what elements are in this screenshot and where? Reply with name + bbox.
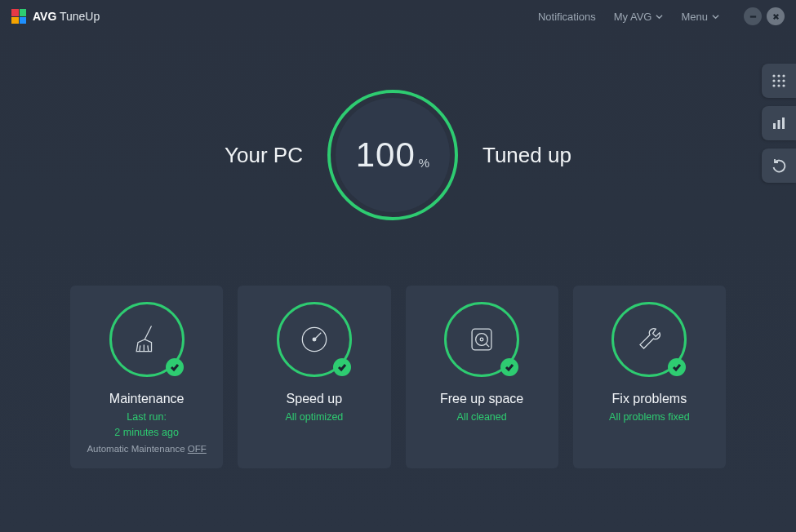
svg-rect-12 — [773, 123, 776, 129]
status-check-badge — [668, 358, 686, 376]
freeup-title: Free up space — [440, 392, 523, 406]
maintenance-lastrun-value: 2 minutes ago — [114, 427, 179, 438]
speedup-card[interactable]: Speed up All optimized — [238, 286, 390, 468]
brand-bold: AVG — [33, 10, 56, 23]
check-icon — [337, 362, 347, 372]
minimize-icon — [749, 12, 758, 21]
rail-stats-button[interactable] — [762, 106, 796, 140]
maintenance-title: Maintenance — [109, 392, 185, 406]
freeup-icon-ring — [444, 302, 519, 377]
title-bar: AVG TuneUp Notifications My AVG Menu — [0, 0, 796, 33]
fix-icon-ring — [611, 302, 687, 377]
svg-point-11 — [782, 84, 785, 86]
maintenance-card[interactable]: Maintenance Last run: 2 minutes ago Auto… — [70, 286, 223, 468]
check-icon — [170, 362, 180, 372]
header-actions: Notifications My AVG Menu — [538, 7, 785, 25]
bar-chart-icon — [772, 116, 786, 131]
percent-icon: % — [419, 156, 429, 170]
grid-icon — [772, 73, 786, 88]
disk-icon — [464, 321, 500, 357]
notifications-label: Notifications — [538, 11, 596, 23]
check-icon — [672, 362, 682, 372]
auto-maintenance-toggle[interactable]: OFF — [188, 444, 207, 454]
maintenance-icon-ring — [109, 302, 185, 377]
freeup-card[interactable]: Free up space All cleaned — [406, 286, 558, 468]
speedup-title: Speed up — [287, 392, 343, 406]
check-icon — [505, 362, 514, 372]
dial-inner: 100 % — [336, 98, 450, 212]
speedup-sub: All optimized — [285, 410, 343, 425]
main-menu[interactable]: Menu — [681, 11, 719, 23]
brand: AVG TuneUp — [11, 9, 100, 24]
feature-cards: Maintenance Last run: 2 minutes ago Auto… — [0, 286, 796, 468]
chevron-down-icon — [656, 13, 663, 20]
window-controls — [744, 7, 785, 25]
svg-point-24 — [480, 338, 483, 341]
svg-point-7 — [777, 79, 780, 82]
status-check-badge — [500, 358, 518, 376]
rail-apps-button[interactable] — [762, 64, 796, 98]
svg-point-6 — [772, 79, 775, 82]
menu-label: Menu — [681, 11, 708, 23]
svg-rect-13 — [778, 120, 780, 129]
svg-rect-14 — [782, 117, 785, 129]
svg-line-16 — [139, 345, 140, 351]
wrench-icon — [631, 321, 667, 357]
svg-line-18 — [148, 345, 149, 351]
status-check-badge — [166, 358, 184, 376]
broom-icon — [129, 321, 165, 357]
speedup-icon-ring — [277, 302, 352, 377]
auto-maintenance-label: Automatic Maintenance — [87, 444, 185, 454]
rail-undo-button[interactable] — [762, 149, 796, 183]
maintenance-lastrun-label: Last run: — [127, 411, 167, 423]
score-dial: 100 % — [327, 90, 458, 220]
side-rail — [762, 64, 796, 183]
svg-point-21 — [313, 338, 316, 341]
notifications-link[interactable]: Notifications — [538, 11, 596, 23]
svg-point-8 — [782, 79, 785, 82]
my-avg-label: My AVG — [614, 11, 652, 23]
chevron-down-icon — [712, 13, 719, 20]
minimize-button[interactable] — [744, 7, 762, 25]
hero-right-label: Tuned up — [482, 143, 571, 168]
svg-line-15 — [145, 326, 151, 340]
fix-title: Fix problems — [612, 392, 687, 406]
fix-card[interactable]: Fix problems All problems fixed — [573, 286, 726, 468]
svg-point-9 — [772, 84, 775, 86]
auto-maintenance-row: Automatic Maintenance OFF — [87, 444, 206, 454]
hero-status: Your PC 100 % Tuned up — [0, 90, 796, 220]
brand-light: TuneUp — [60, 10, 100, 23]
dial-ring: 100 % — [327, 90, 458, 220]
svg-point-10 — [777, 84, 780, 86]
svg-point-5 — [782, 74, 785, 77]
status-check-badge — [333, 358, 351, 376]
svg-point-23 — [476, 334, 488, 346]
svg-line-25 — [487, 344, 490, 348]
maintenance-sub: Last run: 2 minutes ago — [114, 410, 179, 441]
fix-sub: All problems fixed — [609, 410, 690, 425]
hero-left-label: Your PC — [225, 143, 303, 168]
app-title: AVG TuneUp — [33, 10, 100, 23]
gauge-icon — [296, 321, 332, 357]
svg-point-3 — [772, 74, 775, 77]
my-avg-menu[interactable]: My AVG — [614, 11, 664, 23]
dial-value: 100 — [356, 135, 416, 175]
svg-point-4 — [777, 74, 780, 77]
freeup-sub: All cleaned — [457, 410, 507, 425]
close-icon — [772, 12, 780, 21]
undo-icon — [772, 158, 786, 173]
avg-logo-icon — [11, 9, 26, 24]
close-button[interactable] — [767, 7, 785, 25]
